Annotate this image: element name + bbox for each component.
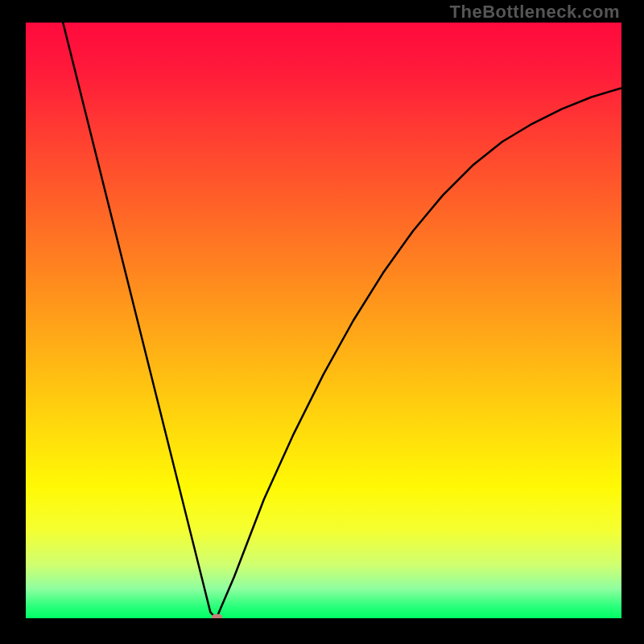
bottleneck-curve xyxy=(26,23,621,618)
chart-plot-area xyxy=(26,23,621,618)
watermark-text: TheBottleneck.com xyxy=(450,2,620,23)
optimal-marker xyxy=(212,614,222,618)
